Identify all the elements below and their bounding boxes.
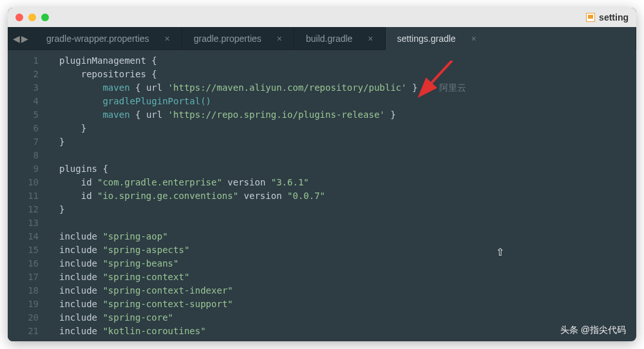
line-number: 16 (8, 257, 39, 270)
line-number: 11 (8, 189, 39, 203)
line-number: 13 (8, 216, 39, 230)
code-line: include "spring-context-support" (59, 297, 636, 311)
line-number: 7 (8, 135, 39, 149)
nav-forward-button[interactable]: ▶ (21, 33, 28, 44)
tab-build-gradle[interactable]: build.gradle× (294, 27, 386, 50)
line-number: 12 (8, 203, 39, 216)
line-number: 4 (8, 95, 39, 108)
line-number: 19 (8, 297, 39, 311)
line-number: 18 (8, 284, 39, 297)
tab-bar: ◀ ▶ gradle-wrapper.properties×gradle.pro… (8, 27, 636, 50)
line-number: 6 (8, 122, 39, 135)
code-line: include "spring-core" (59, 311, 636, 325)
line-number: 3 (8, 81, 39, 95)
code-editor[interactable]: 123456789101112131415161718192021 plugin… (8, 50, 636, 341)
tab-label: gradle-wrapper.properties (46, 33, 149, 44)
code-line: maven { url 'https://maven.aliyun.com/re… (59, 81, 636, 95)
line-number: 5 (8, 108, 39, 122)
line-number: 20 (8, 311, 39, 325)
minimize-window-button[interactable] (28, 14, 36, 21)
code-line: id "io.spring.ge.conventions" version "0… (59, 189, 636, 203)
line-number: 15 (8, 243, 39, 257)
line-number: 8 (8, 149, 39, 162)
close-window-button[interactable] (15, 14, 23, 21)
close-icon[interactable]: × (162, 33, 173, 44)
tab-label: settings.gradle (397, 33, 456, 44)
watermark-text: 头条 @指尖代码 (560, 325, 626, 336)
line-number: 14 (8, 230, 39, 243)
close-icon[interactable]: × (274, 33, 285, 44)
tab-label: gradle.properties (194, 33, 261, 44)
line-number: 21 (8, 325, 39, 338)
line-gutter: 123456789101112131415161718192021 (8, 50, 46, 341)
line-number: 10 (8, 176, 39, 189)
code-line (59, 216, 636, 230)
code-line: plugins { (59, 162, 636, 176)
code-line: include "kotlin-coroutines" (59, 325, 636, 338)
tab-label: build.gradle (306, 33, 352, 44)
window-title-text: setting (599, 12, 629, 23)
code-line: id "com.gradle.enterprise" version "3.6.… (59, 176, 636, 189)
code-content[interactable]: pluginManagement { repositories { maven … (46, 50, 636, 341)
cursor-icon: ⇧ (496, 246, 504, 258)
close-icon[interactable]: × (469, 33, 479, 44)
line-number: 2 (8, 68, 39, 81)
window-title: setting (586, 12, 629, 23)
code-line: } (59, 135, 636, 149)
code-line (59, 149, 636, 162)
nav-arrows: ◀ ▶ (13, 33, 28, 44)
line-number: 1 (8, 54, 39, 68)
nav-back-button[interactable]: ◀ (13, 33, 20, 44)
code-line: repositories { (59, 68, 636, 81)
code-line: include "spring-aspects" (59, 243, 636, 257)
code-line: } (59, 122, 636, 135)
code-line: include "spring-context" (59, 270, 636, 284)
code-line: } (59, 203, 636, 216)
line-number: 17 (8, 270, 39, 284)
code-line: include "spring-beans" (59, 257, 636, 270)
tab-gradle-properties[interactable]: gradle.properties× (182, 27, 294, 50)
close-icon[interactable]: × (365, 33, 375, 44)
editor-window: setting ◀ ▶ gradle-wrapper.properties×gr… (8, 8, 636, 341)
titlebar: setting (8, 8, 636, 27)
maximize-window-button[interactable] (41, 14, 49, 21)
tab-gradle-wrapper-properties[interactable]: gradle-wrapper.properties× (35, 27, 182, 50)
code-line: include "spring-aop" (59, 230, 636, 243)
tab-settings-gradle[interactable]: settings.gradle× (386, 27, 636, 50)
code-line: pluginManagement { (59, 54, 636, 68)
file-icon (586, 13, 595, 22)
line-number: 9 (8, 162, 39, 176)
code-line: maven { url 'https://repo.spring.io/plug… (59, 108, 636, 122)
traffic-lights (15, 14, 49, 21)
code-line: include "spring-context-indexer" (59, 284, 636, 297)
code-line: gradlePluginPortal() (59, 95, 636, 108)
